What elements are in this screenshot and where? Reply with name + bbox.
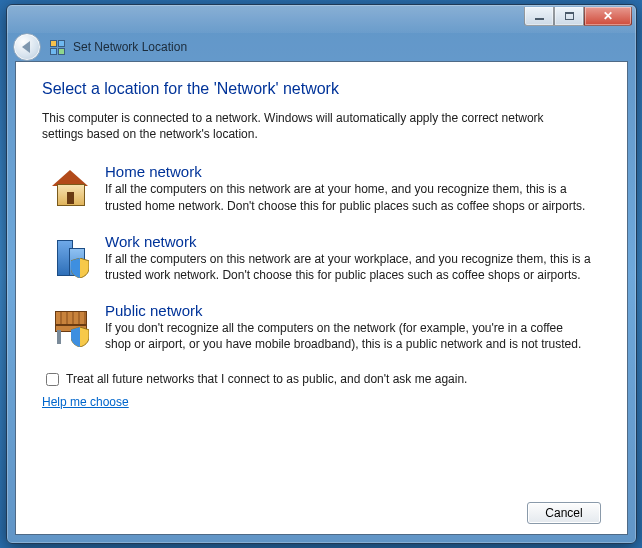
option-work-network[interactable]: Work network If all the computers on thi… [42, 226, 601, 290]
page-heading: Select a location for the 'Network' netw… [42, 80, 601, 98]
option-title: Work network [105, 233, 592, 250]
option-public-network[interactable]: Public network If you don't recognize al… [42, 295, 601, 359]
back-button[interactable] [13, 33, 41, 61]
treat-public-checkbox[interactable] [46, 373, 59, 386]
option-desc: If all the computers on this network are… [105, 181, 592, 213]
titlebar[interactable]: ✕ [7, 5, 636, 33]
intro-text: This computer is connected to a network.… [42, 110, 562, 142]
option-desc: If you don't recognize all the computers… [105, 320, 592, 352]
dialog-window: ✕ Set Network Location Select a location… [6, 4, 637, 544]
treat-public-checkbox-row[interactable]: Treat all future networks that I connect… [42, 370, 601, 389]
back-arrow-icon [22, 41, 30, 53]
home-icon [49, 166, 91, 208]
content-panel: Select a location for the 'Network' netw… [15, 61, 628, 535]
nav-row: Set Network Location [7, 33, 636, 61]
close-button[interactable]: ✕ [584, 7, 632, 26]
option-desc: If all the computers on this network are… [105, 251, 592, 283]
work-icon [49, 236, 91, 278]
network-options: Home network If all the computers on thi… [42, 156, 601, 359]
caption-buttons: ✕ [524, 12, 632, 26]
shield-icon [71, 327, 89, 347]
cancel-button[interactable]: Cancel [527, 502, 601, 524]
option-title: Home network [105, 163, 592, 180]
maximize-button[interactable] [554, 7, 584, 26]
minimize-button[interactable] [524, 7, 554, 26]
network-location-icon [49, 39, 65, 55]
button-row: Cancel [42, 488, 601, 524]
shield-icon [71, 258, 89, 278]
option-title: Public network [105, 302, 592, 319]
checkbox-label: Treat all future networks that I connect… [66, 372, 467, 386]
window-title: Set Network Location [73, 40, 187, 54]
help-me-choose-link[interactable]: Help me choose [42, 395, 601, 409]
public-icon [49, 305, 91, 347]
option-home-network[interactable]: Home network If all the computers on thi… [42, 156, 601, 220]
